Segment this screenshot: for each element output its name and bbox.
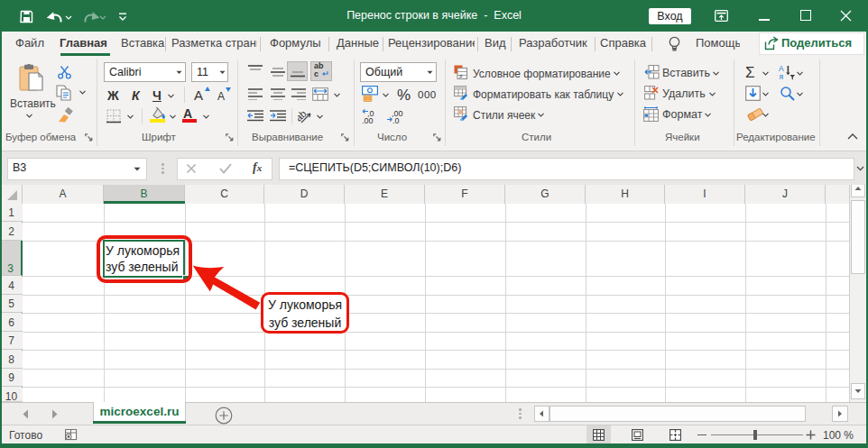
svg-text:,0: ,0 bbox=[392, 116, 400, 124]
svg-text:≠: ≠ bbox=[459, 73, 463, 79]
svg-text:я: я bbox=[780, 72, 784, 81]
svg-text:,00: ,00 bbox=[362, 116, 374, 124]
